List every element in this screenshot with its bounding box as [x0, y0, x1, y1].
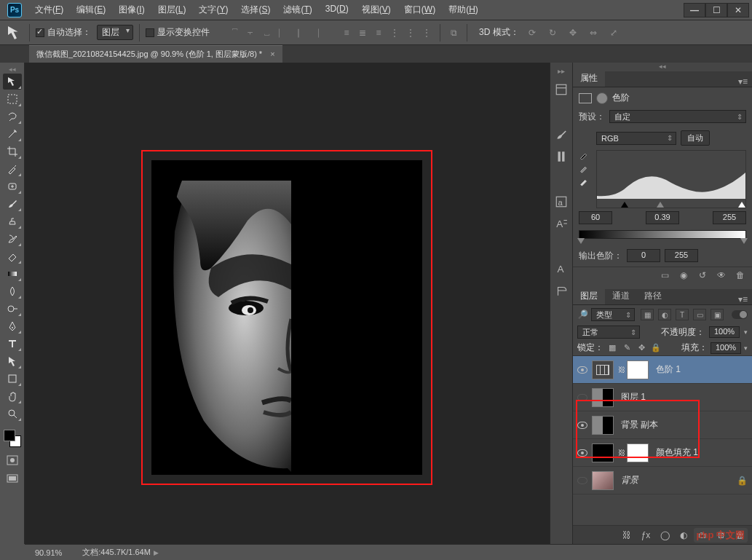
distribute-vcenter-icon[interactable]: ≣ — [355, 25, 370, 40]
filter-adjust-icon[interactable]: ◐ — [658, 309, 671, 320]
styles-panel-icon[interactable] — [553, 283, 569, 299]
align-bottom-icon[interactable]: ⎵ — [259, 25, 274, 40]
pen-tool[interactable] — [3, 318, 22, 334]
channel-dropdown[interactable]: RGB — [596, 132, 676, 145]
layer-item-bgcopy[interactable]: 背景 副本 — [573, 411, 752, 439]
toggle-visibility-icon[interactable]: 👁 — [716, 270, 727, 280]
menu-window[interactable]: 窗口(W) — [398, 1, 441, 18]
menu-layer[interactable]: 图层(L) — [152, 1, 192, 18]
filter-type-icon[interactable]: T — [676, 309, 689, 320]
document-tab[interactable]: 微信截图_20210824154425.jpg @ 90.9% (色阶 1, 图… — [29, 45, 282, 63]
docinfo-chevron-icon[interactable]: ▶ — [154, 549, 159, 556]
brush-tool[interactable] — [3, 196, 22, 212]
visibility-toggle-icon[interactable] — [577, 477, 587, 484]
layer-item-layer1[interactable]: 图层 1 — [573, 384, 752, 411]
menu-view[interactable]: 视图(V) — [356, 1, 397, 18]
add-mask-icon[interactable]: ◯ — [659, 530, 670, 540]
three-d-orbit-icon[interactable]: ⟳ — [525, 25, 539, 40]
quickmask-toggle[interactable] — [4, 453, 20, 468]
visibility-toggle-icon[interactable] — [577, 422, 587, 429]
crop-tool[interactable] — [3, 143, 22, 159]
window-minimize-button[interactable]: — — [684, 3, 705, 17]
three-d-pan-icon[interactable]: ✥ — [566, 25, 580, 40]
history-brush-tool[interactable] — [3, 231, 22, 247]
hand-tool[interactable] — [3, 388, 22, 404]
align-right-icon[interactable]: ⎹ — [307, 25, 322, 40]
output-gradient[interactable] — [579, 230, 746, 239]
align-left-icon[interactable]: ⎸ — [275, 25, 290, 40]
highlights-slider[interactable] — [738, 202, 745, 208]
eraser-tool[interactable] — [3, 248, 22, 264]
opacity-input[interactable]: 100% — [709, 326, 740, 338]
reset-icon[interactable]: ↺ — [697, 270, 708, 280]
fill-chevron-icon[interactable]: ▾ — [744, 344, 748, 352]
output-high-slider[interactable] — [740, 238, 748, 244]
mask-thumb-icon[interactable] — [627, 443, 649, 462]
filter-shape-icon[interactable]: ▭ — [693, 309, 706, 320]
menu-select[interactable]: 选择(S) — [235, 1, 276, 18]
lock-all-icon[interactable]: 🔒 — [650, 343, 662, 353]
distribute-hcenter-icon[interactable]: ⋮ — [403, 25, 418, 40]
three-d-slide-icon[interactable]: ⇔ — [586, 25, 601, 40]
fill-input[interactable]: 100% — [711, 342, 741, 354]
new-adjustment-icon[interactable]: ◐ — [678, 530, 689, 540]
link-mask-icon[interactable]: ⛓ — [618, 366, 625, 374]
menu-edit[interactable]: 编辑(E) — [71, 1, 111, 18]
arrange-icon[interactable]: ⧉ — [446, 25, 461, 40]
mask-icon[interactable] — [596, 92, 608, 104]
document-info[interactable]: 文档:445.7K/1.64M▶ — [72, 547, 169, 558]
mask-thumb-icon[interactable] — [627, 360, 649, 379]
auto-select-checkbox[interactable]: 自动选择： — [36, 26, 91, 39]
blend-mode-dropdown[interactable]: 正常 — [577, 326, 640, 339]
lock-pixels-icon[interactable]: ✎ — [621, 343, 633, 353]
window-maximize-button[interactable]: ☐ — [705, 3, 727, 17]
layer-item-colorfill[interactable]: ⛓ 颜色填充 1 — [573, 439, 752, 467]
opacity-chevron-icon[interactable]: ▾ — [744, 328, 748, 336]
layer-filter-toggle[interactable] — [732, 310, 748, 319]
visibility-toggle-icon[interactable] — [577, 394, 587, 401]
filter-magnifier-icon[interactable]: 🔎 — [577, 309, 588, 320]
layers-tab[interactable]: 图层 — [573, 288, 605, 304]
document-tab-close-icon[interactable]: × — [270, 50, 274, 58]
paths-tab[interactable]: 路径 — [637, 288, 669, 304]
gray-point-eyedropper-icon[interactable] — [579, 163, 589, 173]
layer-item-background[interactable]: 背景 🔒 — [573, 467, 752, 494]
distribute-right-icon[interactable]: ⋮ — [419, 25, 434, 40]
levels-histogram[interactable] — [596, 150, 746, 208]
navigator-panel-icon[interactable]: A — [553, 261, 569, 277]
brush-presets-icon[interactable] — [553, 149, 569, 165]
lasso-tool[interactable] — [3, 109, 22, 125]
channels-tab[interactable]: 通道 — [605, 288, 637, 304]
layer-item-levels[interactable]: ⛓ 色阶 1 — [573, 356, 752, 384]
menu-help[interactable]: 帮助(H) — [443, 1, 484, 18]
toolbox-collapse-handle[interactable]: ◂◂ — [1, 66, 23, 73]
midtones-input[interactable]: 0.39 — [646, 211, 679, 224]
align-hcenter-icon[interactable]: ∣ — [291, 25, 306, 40]
delete-adjustment-icon[interactable]: 🗑 — [735, 270, 746, 280]
link-layers-icon[interactable]: ⛓ — [621, 530, 633, 540]
type-tool[interactable] — [3, 336, 22, 352]
three-d-roll-icon[interactable]: ↻ — [545, 25, 560, 40]
black-point-eyedropper-icon[interactable] — [579, 150, 589, 160]
gradient-tool[interactable] — [3, 266, 22, 282]
preset-dropdown[interactable]: 自定 — [609, 110, 746, 123]
foreground-color-swatch[interactable] — [4, 430, 15, 441]
character-panel-icon[interactable]: a — [553, 194, 569, 210]
distribute-left-icon[interactable]: ⋮ — [387, 25, 402, 40]
view-previous-icon[interactable]: ◉ — [678, 270, 689, 280]
highlights-input[interactable]: 255 — [713, 211, 746, 224]
menu-file[interactable]: 文件(F) — [29, 1, 69, 18]
magic-wand-tool[interactable] — [3, 126, 22, 142]
menu-filter[interactable]: 滤镜(T) — [277, 1, 317, 18]
clip-to-layer-icon[interactable]: ▭ — [659, 270, 670, 280]
three-d-zoom-icon[interactable]: ⤢ — [606, 25, 621, 40]
auto-button[interactable]: 自动 — [681, 130, 710, 146]
visibility-toggle-icon[interactable] — [577, 449, 587, 457]
brush-panel-icon[interactable] — [553, 127, 569, 143]
window-close-button[interactable]: ✕ — [727, 3, 749, 17]
show-transform-checkbox[interactable]: 显示变换控件 — [146, 26, 210, 39]
zoom-tool[interactable] — [3, 406, 22, 422]
eyedropper-tool[interactable] — [3, 161, 22, 177]
current-tool-icon[interactable] — [6, 24, 23, 42]
distribute-top-icon[interactable]: ≡ — [339, 25, 354, 40]
